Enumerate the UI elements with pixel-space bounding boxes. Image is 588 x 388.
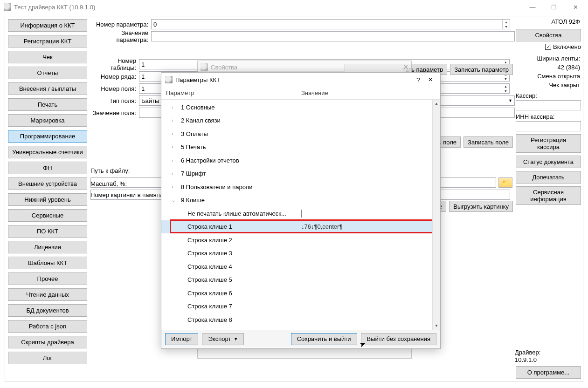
sidebar-item-13[interactable]: ПО ККТ (8, 225, 87, 238)
tree-item-label: Строка клише 1 (187, 223, 232, 230)
parameters-dialog-titlebar: Параметры ККТ ? ✕ (161, 73, 440, 87)
tree-group-2[interactable]: ›3 Оплаты (161, 127, 440, 141)
parameters-dialog-title: Параметры ККТ (175, 76, 412, 83)
sidebar-item-5[interactable]: Печать (8, 98, 87, 111)
col-header-value: Значение (297, 89, 333, 96)
sidebar-item-19[interactable]: Работа с json (8, 320, 87, 333)
write-param-button[interactable]: Записать параметр (450, 64, 513, 75)
sidebar-item-8[interactable]: Универсальные счетчики (8, 146, 87, 158)
dialog-icon (165, 76, 173, 83)
dialog-help-button[interactable]: ? (412, 76, 424, 84)
sidebar-item-10[interactable]: Внешние устройства (8, 177, 87, 190)
tree-group-3[interactable]: ›5 Печать (161, 141, 440, 154)
field-value-label: Значение поля: (90, 109, 139, 116)
tree-item-cliche-6[interactable]: Строка клише 6 (161, 286, 440, 300)
sidebar-item-4[interactable]: Внесения / выплаты (8, 82, 87, 95)
expand-icon[interactable]: › (172, 118, 178, 123)
sidebar-item-20[interactable]: Скрипты драйвера (8, 336, 87, 348)
tree-item-cliche-7[interactable]: Строка клише 7 (161, 300, 440, 313)
expand-icon[interactable]: › (172, 105, 178, 110)
checkbox[interactable] (301, 210, 302, 218)
tree-group-6[interactable]: ›8 Пользователи и пароли (161, 180, 440, 194)
tree-scrollbar[interactable]: ▲ ▼ (432, 100, 440, 330)
properties-dialog-close-icon[interactable]: ✕ (403, 63, 408, 71)
sidebar-item-15[interactable]: Шаблоны ККТ (8, 257, 87, 269)
file-path-label: Путь к файлу: (90, 167, 130, 174)
import-button[interactable]: Импорт (165, 333, 198, 345)
param-value-input[interactable] (151, 31, 515, 41)
param-number-input[interactable]: 0▲▼ (151, 19, 510, 29)
scroll-up-icon[interactable]: ▲ (433, 100, 440, 108)
cashier-inn-input[interactable] (516, 121, 581, 131)
tape-width-label: Ширина ленты: (516, 54, 581, 63)
sidebar-item-14[interactable]: Лицензии (8, 241, 87, 253)
sidebar-item-1[interactable]: Регистрация ККТ (8, 35, 87, 48)
tree-item-cliche-5[interactable]: Строка клише 5 (161, 273, 440, 287)
exit-without-save-button[interactable]: Выйти без сохранения (361, 333, 437, 345)
browse-button[interactable]: 📁 (498, 177, 512, 188)
expand-icon[interactable]: › (172, 131, 178, 136)
window-close-button[interactable]: ✕ (565, 0, 586, 14)
picture-number-label: Номер картинки в памяти: (90, 191, 164, 198)
tree-group-5[interactable]: ›7 Шрифт (161, 167, 440, 181)
sidebar-item-16[interactable]: Прочее (8, 272, 87, 285)
window-minimize-button[interactable]: — (522, 0, 543, 14)
scroll-down-icon[interactable]: ▼ (433, 322, 440, 330)
dialog-icon (201, 63, 208, 71)
about-button[interactable]: О программе... (516, 366, 581, 379)
parameters-tree[interactable]: ›1 Основные›2 Канал связи›3 Оплаты›5 Печ… (161, 100, 440, 330)
tree-group-1[interactable]: ›2 Канал связи (161, 114, 440, 128)
expand-icon[interactable]: › (172, 171, 178, 176)
tree-group-0[interactable]: ›1 Основные (161, 101, 440, 114)
window-titlebar: Тест драйвера ККТ (10.9.1.0) — ☐ ✕ (0, 0, 588, 14)
write-field-button[interactable]: Записать поле (463, 136, 513, 148)
tree-item-cliche-8[interactable]: Строка клише 8 (161, 313, 440, 327)
tree-group-4[interactable]: ›6 Настройки отчетов (161, 154, 440, 167)
sidebar-item-18[interactable]: БД документов (8, 304, 87, 317)
sidebar-item-7[interactable]: Программирование (8, 130, 87, 143)
left-sidebar: Информация о ККТРегистрация ККТЧекОтчеты… (8, 19, 87, 368)
sidebar-item-12[interactable]: Сервисные (8, 209, 87, 222)
cashier-input[interactable] (516, 100, 581, 110)
sidebar-item-21[interactable]: Лог (8, 352, 87, 364)
sidebar-item-9[interactable]: ФН (8, 162, 87, 174)
cashier-register-button[interactable]: Регистрациякассира (516, 134, 581, 153)
sidebar-item-17[interactable]: Чтение данных (8, 288, 87, 301)
tree-item-cliche-3[interactable]: Строка клише 3 (161, 247, 440, 260)
save-and-exit-button[interactable]: Сохранить и выйти (291, 333, 357, 345)
tree-item-cliche-1[interactable]: Строка клише 1↓76↓¶0,center¶ (161, 220, 440, 234)
expand-icon[interactable]: › (172, 144, 178, 150)
cashier-label: Кассир: (516, 92, 581, 99)
tree-item-label: Строка клише 4 (187, 263, 232, 270)
sidebar-item-11[interactable]: Нижний уровень (8, 193, 87, 206)
tree-item-cliche-2[interactable]: Строка клише 2 (161, 233, 440, 247)
sidebar-item-2[interactable]: Чек (8, 51, 87, 63)
tree-item-cliche-4[interactable]: Строка клише 4 (161, 260, 440, 273)
sidebar-item-3[interactable]: Отчеты (8, 67, 87, 79)
tree-group-7[interactable]: ⌄9 Клише (161, 194, 440, 207)
dropdown-arrow-icon: ▼ (234, 337, 238, 341)
dialog-close-button[interactable]: ✕ (424, 76, 436, 83)
expand-icon[interactable]: ⌄ (172, 197, 178, 203)
table-number-label: Номер таблицы: (90, 57, 139, 71)
window-title: Тест драйвера ККТ (10.9.1.0) (14, 4, 95, 11)
sidebar-item-0[interactable]: Информация о ККТ (8, 19, 87, 32)
enabled-checkbox[interactable]: ✓ (545, 44, 551, 50)
cashier-inn-label: ИНН кассира: (516, 113, 581, 120)
tree-group-label: 8 Пользователи и пароли (181, 184, 252, 191)
shift-open-label: Смена открыта (516, 72, 581, 81)
tree-item-no-auto-print[interactable]: Не печатать клише автоматическ... (161, 207, 440, 220)
properties-button[interactable]: Свойства (516, 29, 581, 41)
scale-label: Масштаб, %: (90, 180, 127, 187)
export-picture-button[interactable]: Выгрузить картинку (449, 201, 513, 212)
doc-status-button[interactable]: Статус документа (516, 156, 581, 168)
driver-version-block: Драйвер: 10.9.1.0 (515, 349, 580, 364)
reprint-button[interactable]: Допечатать (516, 171, 581, 184)
export-button[interactable]: Экспорт▼ (202, 333, 244, 345)
enabled-checkbox-row[interactable]: ✓ Включено (516, 43, 581, 50)
expand-icon[interactable]: › (172, 184, 178, 190)
window-maximize-button[interactable]: ☐ (543, 0, 565, 14)
sidebar-item-6[interactable]: Маркировка (8, 114, 87, 127)
expand-icon[interactable]: › (172, 158, 178, 163)
service-info-button[interactable]: Сервиснаяинформация (516, 186, 581, 205)
